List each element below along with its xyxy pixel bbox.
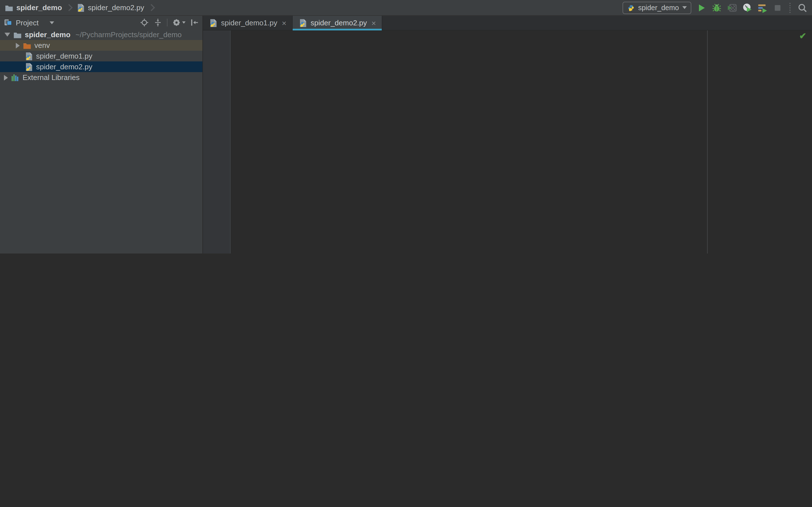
- debug-icon[interactable]: [712, 3, 722, 13]
- editor-gutter: [203, 31, 231, 253]
- editor-area: spider_demo1.py × spider_demo2.py × ✔: [203, 16, 812, 253]
- chevron-down-icon: [182, 21, 186, 24]
- libraries-icon: [11, 73, 20, 82]
- navigation-bar: spider_demo spider_demo2.py spider_demo: [0, 0, 812, 16]
- breadcrumb-file[interactable]: spider_demo2.py: [76, 3, 144, 12]
- hide-panel-icon[interactable]: [190, 18, 199, 27]
- python-file-icon: [209, 18, 218, 27]
- python-file-icon: [24, 62, 33, 71]
- search-icon[interactable]: [797, 3, 808, 13]
- editor-body[interactable]: ✔: [203, 31, 812, 253]
- run-configuration-label: spider_demo: [638, 4, 679, 11]
- toolbar-separator: [167, 18, 167, 26]
- inspections-ok-icon[interactable]: ✔: [799, 31, 806, 41]
- stop-icon[interactable]: [772, 3, 783, 13]
- python-icon: [627, 4, 635, 11]
- locate-icon[interactable]: [140, 18, 149, 27]
- chevron-right-icon[interactable]: [4, 75, 8, 80]
- chevron-right-icon: [148, 4, 155, 11]
- tab-label: spider_demo2.py: [311, 18, 367, 27]
- run-configuration-select[interactable]: spider_demo: [622, 1, 691, 14]
- folder-icon: [22, 41, 32, 50]
- python-file-icon: [76, 3, 85, 12]
- folder-icon: [4, 3, 13, 12]
- tab-label: spider_demo1.py: [221, 18, 277, 27]
- breadcrumb: spider_demo spider_demo2.py: [4, 3, 155, 12]
- close-icon[interactable]: ×: [282, 19, 286, 27]
- tree-row-file1[interactable]: spider_demo1.py: [0, 51, 202, 61]
- editor-tab-bar: spider_demo1.py × spider_demo2.py ×: [203, 16, 812, 31]
- tab-spider-demo2[interactable]: spider_demo2.py ×: [293, 16, 382, 30]
- chevron-right-icon[interactable]: [16, 43, 20, 48]
- tree-item-label: venv: [35, 41, 50, 50]
- project-tool-icon: [3, 18, 12, 27]
- folder-icon: [13, 30, 22, 39]
- tree-item-label: External Libraries: [22, 73, 80, 82]
- tree-item-label: spider_demo: [25, 31, 70, 39]
- right-margin-guide: [707, 31, 708, 253]
- collapse-all-icon[interactable]: [153, 18, 162, 27]
- tree-item-label: spider_demo2.py: [36, 62, 92, 71]
- gear-icon: [172, 18, 181, 27]
- project-panel-header: Project: [0, 16, 202, 29]
- tab-spider-demo1[interactable]: spider_demo1.py ×: [203, 16, 293, 30]
- tree-row-venv[interactable]: venv: [0, 40, 202, 51]
- breadcrumb-project[interactable]: spider_demo: [4, 3, 62, 12]
- code-surface[interactable]: ✔: [231, 31, 812, 253]
- tree-row-project-root[interactable]: spider_demo ~/PycharmProjects/spider_dem…: [0, 29, 202, 40]
- tree-row-file2-selected[interactable]: spider_demo2.py: [0, 61, 202, 72]
- breadcrumb-label: spider_demo: [16, 3, 62, 12]
- breadcrumb-label: spider_demo2.py: [88, 3, 144, 12]
- project-tool-window: Project spider_demo ~/PycharmProjects/sp…: [0, 16, 203, 253]
- toolbar-separator: [790, 3, 791, 13]
- chevron-down-icon[interactable]: [4, 33, 10, 37]
- run-toolbar: spider_demo: [622, 1, 808, 14]
- project-tree: spider_demo ~/PycharmProjects/spider_dem…: [0, 29, 202, 83]
- coverage-icon[interactable]: [727, 3, 737, 13]
- gear-menu[interactable]: [172, 18, 186, 27]
- chevron-down-icon: [682, 6, 687, 9]
- tree-row-external-libraries[interactable]: External Libraries: [0, 72, 202, 83]
- profiler-icon[interactable]: [742, 3, 752, 13]
- python-file-icon: [298, 18, 307, 27]
- python-file-icon: [24, 52, 33, 61]
- panel-title[interactable]: Project: [16, 18, 39, 27]
- tree-item-label: spider_demo1.py: [36, 52, 92, 60]
- tree-item-path: ~/PycharmProjects/spider_demo: [75, 31, 182, 39]
- pycharm-window: spider_demo spider_demo2.py spider_demo: [0, 0, 812, 253]
- close-icon[interactable]: ×: [371, 19, 376, 27]
- chevron-down-icon[interactable]: [50, 21, 54, 24]
- chevron-right-icon: [65, 4, 72, 11]
- concurrency-icon[interactable]: [757, 3, 767, 13]
- run-icon[interactable]: [696, 3, 707, 13]
